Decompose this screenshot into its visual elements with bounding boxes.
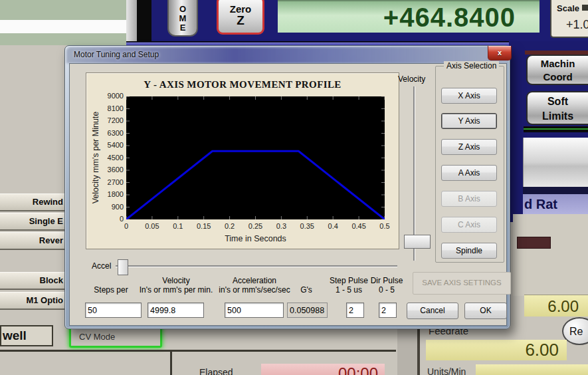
x-tick-label: 0.45: [344, 222, 373, 230]
left-button-rever[interactable]: Rever: [0, 232, 64, 250]
units-per-min-label: Units/Min: [427, 366, 466, 375]
close-icon: x: [498, 49, 502, 57]
accel-slider-label: Accel: [92, 261, 111, 271]
field-label-dir-pulse-line1: Dir Pulse: [360, 276, 413, 285]
y-tick-label: 9000: [93, 92, 124, 100]
feed-override-slider-bar[interactable]: [517, 237, 551, 249]
chart-x-axis-label: Time in Seconds: [126, 234, 385, 243]
divider-line-vertical: [170, 350, 172, 375]
x-tick-label: 0.15: [189, 222, 219, 230]
axis-button-c-axis: C Axis: [441, 217, 497, 233]
home-button-letter: E: [180, 23, 186, 33]
zero-z-label-line2: Z: [219, 15, 262, 27]
cancel-button[interactable]: Cancel: [407, 303, 458, 319]
axis-position-dro[interactable]: +464.8400: [278, 0, 539, 33]
y-tick-label: 1800: [93, 190, 124, 198]
machine-coords-line1: Machin: [528, 57, 588, 70]
toolpath-stripe: [0, 20, 126, 33]
left-button-single-e[interactable]: Single E: [0, 213, 64, 231]
scale-label: Scale: [557, 3, 579, 13]
field-label-acceleration-line1: Acceleration: [205, 276, 304, 285]
close-button[interactable]: x: [488, 46, 512, 61]
accel-slider-track[interactable]: [116, 265, 397, 267]
field-input-step-pulse[interactable]: [346, 303, 364, 318]
field-input-velocity[interactable]: [147, 303, 204, 318]
soft-limits-button[interactable]: Soft Limits: [526, 91, 588, 125]
y-tick-label: 6300: [93, 129, 124, 137]
machine-coords-button[interactable]: Machin Coord: [526, 55, 588, 85]
y-tick-label: 900: [93, 203, 124, 211]
soft-limits-line1: Soft: [528, 94, 588, 109]
green-indicator-line: [524, 128, 588, 130]
scale-panel: Scale +1.0: [550, 0, 588, 38]
left-button-rewind[interactable]: Rewind: [0, 193, 64, 211]
x-tick-label: 0.5: [370, 222, 399, 230]
x-tick-label: 0.1: [163, 222, 193, 230]
panel-gap: [137, 0, 151, 41]
x-tick-label: 0.25: [241, 222, 270, 230]
axis-button-b-axis: B Axis: [441, 191, 497, 207]
chart-plot-area: [126, 96, 385, 219]
field-input-steps-per[interactable]: [85, 303, 142, 318]
x-tick-label: 0.35: [292, 222, 322, 230]
dwell-led: well: [0, 325, 53, 346]
x-tick-label: 0: [112, 222, 141, 230]
units-dro[interactable]: [476, 364, 588, 375]
divider-line: [0, 350, 396, 352]
glossy-panel: [523, 138, 588, 187]
y-tick-label: 2700: [93, 178, 124, 186]
velocity-slider-label: Velocity: [398, 74, 425, 84]
mach3-screen: OME Zero Z +464.8400 Scale +1.0 Machin C…: [0, 0, 588, 375]
axis-button-spindle[interactable]: Spindle: [441, 243, 497, 259]
field-label-dir-pulse: 0 - 5: [360, 285, 413, 295]
ok-button[interactable]: OK: [464, 303, 507, 319]
motor-tuning-dialog: Motor Tuning and Setup x Y - AXIS MOTOR …: [64, 45, 510, 329]
elapsed-label: Elapsed: [199, 367, 233, 375]
save-axis-settings-button[interactable]: SAVE AXIS SETTINGS: [413, 272, 511, 295]
zero-z-button[interactable]: Zero Z: [217, 0, 264, 35]
accel-slider-thumb[interactable]: [118, 259, 128, 275]
soft-limits-line2: Limits: [528, 109, 588, 124]
scale-led-icon: [582, 5, 588, 11]
y-tick-label: 4500: [93, 154, 124, 162]
x-tick-label: 0.4: [318, 222, 347, 230]
motor-profile-chart: Y - AXIS MOTOR MOVEMENT PROFILE Velocity…: [86, 72, 399, 249]
y-tick-label: 8100: [93, 104, 124, 112]
dark-band: [523, 187, 588, 194]
home-button-letter: O: [179, 5, 186, 14]
feed-override-dro[interactable]: 6.00: [524, 295, 588, 316]
axis-button-z-axis[interactable]: Z Axis: [441, 139, 497, 155]
left-button-m1-optio[interactable]: M1 Optio: [0, 292, 64, 310]
axis-selection-title: Axis Selection: [444, 61, 499, 70]
field-input-dir-pulse[interactable]: [379, 303, 397, 318]
x-tick-label: 0.05: [138, 222, 167, 230]
x-tick-label: 0.2: [215, 222, 245, 230]
feedrate-dro[interactable]: 6.00: [426, 340, 567, 360]
axis-button-x-axis[interactable]: X Axis: [441, 88, 497, 104]
home-button-letter: M: [179, 14, 187, 23]
dialog-title: Motor Tuning and Setup: [74, 50, 159, 59]
panel-edge: [126, 0, 137, 41]
feed-rate-header: d Rat: [523, 194, 588, 214]
feed-rate-panel: [513, 214, 588, 296]
left-button-block[interactable]: Block: [0, 272, 64, 290]
machine-coords-line2: Coord: [528, 70, 588, 84]
field-input-acceleration[interactable]: [225, 303, 284, 318]
y-tick-label: 5400: [93, 141, 124, 149]
home-button[interactable]: OME: [167, 0, 198, 37]
axis-button-y-axis[interactable]: Y Axis: [441, 113, 497, 129]
chart-title: Y - AXIS MOTOR MOVEMENT PROFILE: [86, 79, 399, 90]
y-tick-label: 3600: [93, 166, 124, 174]
y-tick-label: 7200: [93, 116, 124, 124]
x-tick-label: 0.3: [266, 222, 296, 230]
field-input-gs[interactable]: [287, 303, 328, 318]
velocity-slider-thumb[interactable]: [404, 235, 431, 249]
axis-button-a-axis[interactable]: A Axis: [441, 165, 497, 181]
elapsed-time-dro: 00:00: [261, 364, 385, 375]
scale-value-dro[interactable]: +1.0: [566, 18, 588, 32]
